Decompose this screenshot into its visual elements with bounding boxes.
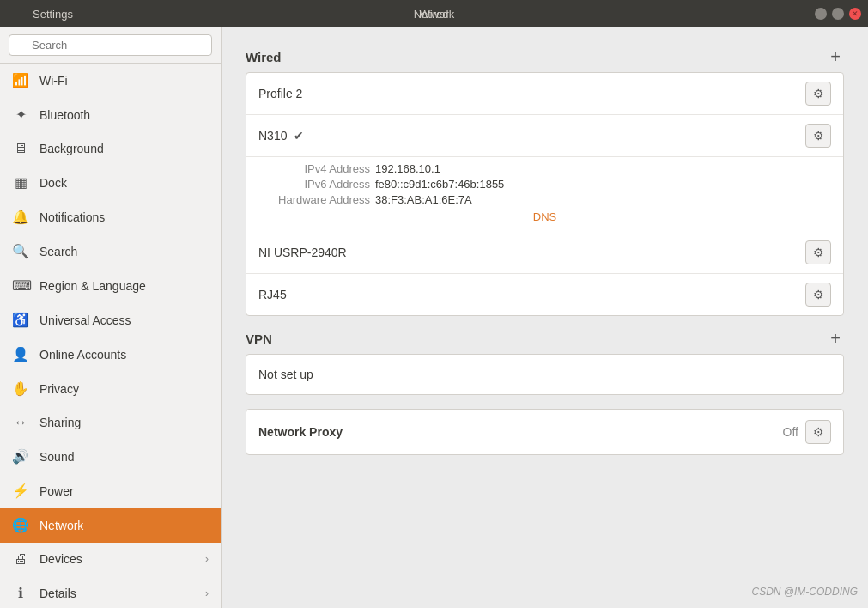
sidebar-item-sharing[interactable]: ↔Sharing — [0, 406, 221, 440]
details-label: Details — [39, 587, 195, 600]
vpn-section-header: VPN + — [246, 330, 844, 347]
region-icon: ⌨ — [12, 277, 29, 294]
bluetooth-icon: ✦ — [12, 106, 29, 123]
sidebar-item-sound[interactable]: 🔊Sound — [0, 440, 221, 474]
watermark: CSDN @IM-CODDING — [751, 586, 858, 598]
sidebar-item-devices[interactable]: 🖨Devices› — [0, 543, 221, 576]
sidebar-item-privacy[interactable]: ✋Privacy — [0, 372, 221, 406]
search-label: Search — [39, 245, 209, 258]
sidebar-search-container — [0, 27, 221, 64]
sidebar-items-list: 📶Wi-Fi✦Bluetooth🖥Background▦Dock🔔Notific… — [0, 64, 221, 608]
details-icon: ℹ — [12, 585, 29, 601]
power-icon: ⚡ — [12, 483, 29, 499]
sidebar-item-notifications[interactable]: 🔔Notifications — [0, 200, 221, 234]
sidebar-item-search[interactable]: 🔍Search — [0, 234, 221, 269]
details-chevron: › — [205, 587, 209, 599]
network-label: Network — [39, 519, 209, 532]
online-accounts-label: Online Accounts — [39, 348, 209, 362]
rj45-row: RJ45 ⚙ — [246, 274, 843, 315]
profile2-label: Profile 2 — [258, 87, 805, 100]
ni-usrp-gear-button[interactable]: ⚙ — [805, 240, 831, 264]
ipv4-value: 192.168.10.1 — [375, 162, 831, 175]
window-title-network: Network — [414, 8, 455, 21]
n310-check-icon: ✔ — [294, 129, 304, 143]
privacy-icon: ✋ — [12, 380, 29, 397]
proxy-label: Network Proxy — [258, 425, 783, 439]
ni-usrp-label: NI USRP-2940R — [258, 246, 805, 259]
close-button[interactable]: ✕ — [849, 8, 861, 20]
hw-value: 38:F3:AB:A1:6E:7A — [375, 193, 831, 206]
proxy-row: Network Proxy Off ⚙ — [246, 410, 843, 454]
sidebar-item-background[interactable]: 🖥Background — [0, 132, 221, 166]
network-icon: 🌐 — [12, 517, 29, 533]
main-container: 📶Wi-Fi✦Bluetooth🖥Background▦Dock🔔Notific… — [0, 27, 868, 608]
search-icon: 🔍 — [12, 243, 29, 259]
wifi-icon: 📶 — [12, 72, 29, 88]
sidebar-item-bluetooth[interactable]: ✦Bluetooth — [0, 98, 221, 132]
sidebar-item-wifi[interactable]: 📶Wi-Fi — [0, 64, 221, 98]
privacy-label: Privacy — [39, 382, 209, 396]
notifications-icon: 🔔 — [12, 209, 29, 225]
universal-access-icon: ♿ — [12, 312, 29, 328]
sidebar-item-details[interactable]: ℹDetails› — [0, 576, 221, 608]
wired-profiles-card: Profile 2 ⚙ N310 ✔ ⚙ IPv4 Address 192.16… — [246, 72, 844, 316]
vpn-add-button[interactable]: + — [827, 330, 844, 347]
proxy-status: Off — [783, 425, 798, 439]
n310-details: IPv4 Address 192.168.10.1 IPv6 Address f… — [246, 157, 843, 232]
sidebar-item-region[interactable]: ⌨Region & Language — [0, 269, 221, 303]
online-accounts-icon: 👤 — [12, 346, 29, 362]
sidebar-item-dock[interactable]: ▦Dock — [0, 166, 221, 200]
titlebar: Settings Wired Network ✕ — [0, 0, 868, 27]
wired-section-header: Wired + — [246, 48, 844, 65]
vpn-card: Not set up — [246, 354, 844, 395]
n310-row: N310 ✔ ⚙ — [246, 115, 843, 157]
vpn-not-setup-row: Not set up — [246, 355, 843, 394]
devices-label: Devices — [39, 552, 195, 566]
rj45-gear-button[interactable]: ⚙ — [805, 283, 831, 307]
dock-label: Dock — [39, 176, 209, 190]
profile2-row: Profile 2 ⚙ — [246, 73, 843, 115]
dns-label: DNS — [258, 210, 831, 223]
content-area: Wired + Profile 2 ⚙ N310 ✔ ⚙ IPv4 Addre — [222, 27, 868, 608]
sidebar: 📶Wi-Fi✦Bluetooth🖥Background▦Dock🔔Notific… — [0, 27, 222, 608]
vpn-not-setup-label: Not set up — [258, 368, 831, 381]
sidebar-item-universal-access[interactable]: ♿Universal Access — [0, 303, 221, 337]
bluetooth-label: Bluetooth — [39, 108, 209, 122]
n310-gear-button[interactable]: ⚙ — [805, 124, 831, 148]
devices-icon: 🖨 — [12, 551, 29, 567]
sharing-icon: ↔ — [12, 415, 29, 430]
proxy-card: Network Proxy Off ⚙ — [246, 409, 844, 455]
wifi-label: Wi-Fi — [39, 74, 209, 88]
vpn-title: VPN — [246, 331, 272, 346]
proxy-gear-button[interactable]: ⚙ — [805, 420, 831, 444]
sidebar-item-power[interactable]: ⚡Power — [0, 474, 221, 508]
notifications-label: Notifications — [39, 210, 209, 224]
ipv4-label: IPv4 Address — [258, 162, 370, 175]
n310-label: N310 ✔ — [258, 129, 805, 143]
dock-icon: ▦ — [12, 174, 29, 191]
settings-label: Settings — [33, 8, 73, 21]
ipv6-label: IPv6 Address — [258, 178, 370, 191]
profile2-gear-button[interactable]: ⚙ — [805, 82, 831, 106]
sharing-label: Sharing — [39, 416, 209, 429]
background-icon: 🖥 — [12, 141, 29, 156]
devices-chevron: › — [205, 553, 209, 565]
hw-label: Hardware Address — [258, 193, 370, 206]
search-input[interactable] — [9, 34, 212, 56]
universal-access-label: Universal Access — [39, 313, 209, 327]
minimize-button[interactable] — [815, 8, 827, 20]
sound-label: Sound — [39, 450, 209, 464]
n310-name: N310 — [258, 129, 287, 143]
wired-title: Wired — [246, 50, 282, 64]
n310-row-group: N310 ✔ ⚙ IPv4 Address 192.168.10.1 IPv6 … — [246, 115, 843, 232]
maximize-button[interactable] — [832, 8, 844, 20]
sidebar-item-network[interactable]: 🌐Network — [0, 508, 221, 543]
ni-usrp-row: NI USRP-2940R ⚙ — [246, 232, 843, 274]
region-label: Region & Language — [39, 279, 209, 293]
power-label: Power — [39, 484, 209, 498]
sound-icon: 🔊 — [12, 448, 29, 465]
sidebar-item-online-accounts[interactable]: 👤Online Accounts — [0, 337, 221, 372]
window-controls: ✕ — [815, 8, 861, 20]
wired-add-button[interactable]: + — [827, 48, 844, 65]
background-label: Background — [39, 142, 209, 155]
